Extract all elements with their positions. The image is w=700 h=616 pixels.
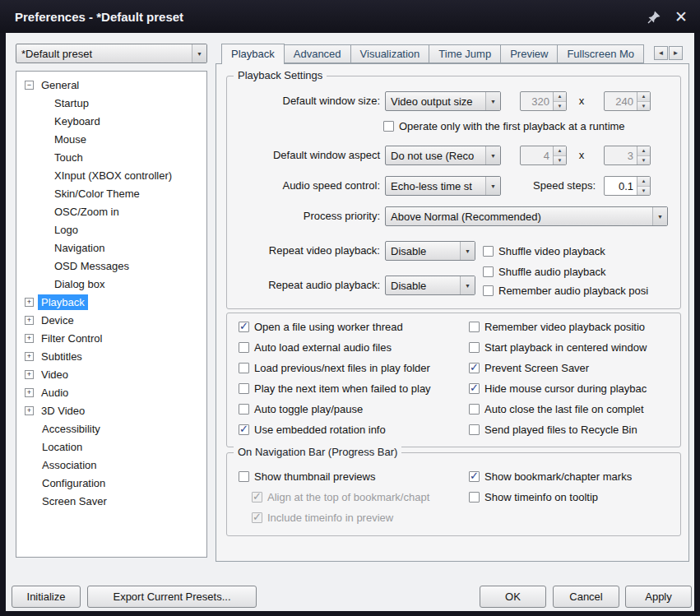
tree-expand-icon[interactable]: + (25, 334, 34, 343)
tree-item-skin-color-theme[interactable]: Skin/Color Theme (16, 184, 206, 202)
times-separator: x (573, 149, 591, 161)
ok-button[interactable]: OK (480, 586, 546, 608)
tree-item-label: OSD Messages (51, 258, 132, 274)
tree-item-logo[interactable]: Logo (16, 220, 206, 239)
close-icon[interactable]: ✕ (672, 9, 690, 25)
audio-speed-control-select[interactable]: Echo-less time st (385, 176, 501, 196)
tree-expand-icon[interactable]: + (25, 388, 34, 397)
checkbox-operate-first-playback[interactable]: Operate only with the first playback at … (383, 119, 625, 132)
titlebar[interactable]: Preferences - *Default preset ✕ (0, 0, 700, 33)
export-presets-button[interactable]: Export Current Presets... (87, 586, 257, 608)
spinner-up-icon (637, 146, 650, 155)
tree-item-label: Playback (38, 294, 88, 310)
checkbox-show-timeinfo-tooltip[interactable]: Show timeinfo on tooltip (469, 490, 598, 503)
checkbox-worker-thread[interactable]: Open a file using worker thread (239, 320, 403, 333)
tree-item-osd-messages[interactable]: OSD Messages (16, 257, 206, 275)
tree-expand-icon[interactable]: + (25, 370, 34, 379)
checkbox-show-thumbnail-previews[interactable]: Show thumbnail previews (239, 470, 375, 483)
window-title: Preferences - *Default preset (15, 10, 183, 24)
repeat-audio-select[interactable]: Disable (385, 276, 475, 295)
checkbox-play-next-on-fail[interactable]: Play the next item when failed to play (239, 382, 431, 395)
tree-item-label: Association (39, 457, 100, 473)
spinner-down-icon[interactable] (637, 186, 650, 196)
default-window-size-select[interactable]: Video output size (385, 91, 501, 111)
audio-speed-control-label: Audio speed control: (227, 179, 380, 192)
preset-select[interactable]: *Default preset (16, 44, 207, 63)
checkbox-shuffle-video[interactable]: Shuffle video playback (483, 244, 605, 257)
default-window-aspect-select[interactable]: Do not use (Reco (385, 146, 501, 165)
tree-item-screen-saver[interactable]: Screen Saver (16, 492, 206, 510)
tree-item-osc-zoom-in[interactable]: OSC/Zoom in (16, 202, 206, 220)
tree-item-navigation[interactable]: Navigation (16, 239, 206, 257)
tree-item-audio[interactable]: +Audio (16, 383, 206, 401)
tree-collapse-icon[interactable]: − (25, 81, 34, 90)
tab-playback[interactable]: Playback (221, 44, 285, 64)
tab-time-jump[interactable]: Time Jump (429, 44, 501, 63)
tree-item-device[interactable]: +Device (16, 311, 206, 329)
tab-fullscreen-monitor[interactable]: Fullscreen Mo (557, 44, 644, 63)
tab-visualization[interactable]: Visualization (350, 44, 430, 63)
tree-item-dialog-box[interactable]: Dialog box (16, 275, 206, 293)
tree-item-startup[interactable]: Startup (16, 94, 206, 112)
checkbox-show-bookmark-marks[interactable]: Show bookmark/chapter marks (469, 470, 632, 483)
checkbox-auto-toggle-play-pause[interactable]: Auto toggle play/pause (239, 402, 363, 415)
checkbox-label: Include timeinfo in preview (267, 512, 393, 524)
checkbox-remember-video-position[interactable]: Remember video playback positio (469, 320, 645, 333)
tree-item-keyboard[interactable]: Keyboard (16, 112, 206, 130)
checkbox-recycle-bin[interactable]: Send played files to Recycle Bin (469, 423, 637, 436)
checkbox-include-timeinfo-preview: Include timeinfo in preview (252, 511, 393, 524)
initialize-button[interactable]: Initialize (12, 586, 81, 608)
titlebar-controls: ✕ (646, 0, 690, 33)
spinner-up-icon[interactable] (637, 177, 650, 186)
settings-tree: −General Startup Keyboard Mouse Touch XI… (16, 71, 207, 558)
tree-item-label: Video (38, 367, 72, 382)
tree-item-location[interactable]: Location (16, 438, 206, 456)
tree-expand-icon[interactable]: + (25, 298, 34, 307)
tree-expand-icon[interactable]: + (25, 406, 34, 415)
tab-preview[interactable]: Preview (500, 44, 558, 63)
select-value: Video output size (386, 92, 485, 110)
checkbox-load-prev-next-files[interactable]: Load previous/next files in play folder (239, 361, 430, 374)
checkbox-prevent-screensaver[interactable]: Prevent Screen Saver (469, 361, 589, 374)
checkbox-embedded-rotation[interactable]: Use embedded rotation info (239, 423, 386, 436)
pin-icon[interactable] (646, 8, 662, 25)
aspect-height-spinner: 3 (604, 146, 651, 165)
apply-button[interactable]: Apply (625, 586, 692, 608)
tree-expand-icon[interactable]: + (25, 316, 34, 325)
tree-item-3d-video[interactable]: +3D Video (16, 401, 206, 419)
tree-item-filter-control[interactable]: +Filter Control (16, 329, 206, 347)
checkbox-remember-audio-position[interactable]: Remember audio playback posi (483, 284, 648, 297)
tree-item-association[interactable]: Association (16, 456, 206, 474)
tree-item-video[interactable]: +Video (16, 365, 206, 383)
tree-expand-icon[interactable]: + (25, 352, 34, 361)
tab-scroll-left-icon[interactable]: ◄ (654, 46, 668, 60)
checkbox-box (239, 342, 249, 353)
tree-item-touch[interactable]: Touch (16, 148, 206, 166)
checkbox-label: Load previous/next files in play folder (254, 362, 430, 374)
tab-advanced[interactable]: Advanced (284, 44, 351, 63)
checkbox-label: Send played files to Recycle Bin (484, 424, 637, 436)
checkbox-centered-window[interactable]: Start playback in centered window (469, 340, 647, 354)
tree-item-mouse[interactable]: Mouse (16, 130, 206, 148)
tree-item-subtitles[interactable]: +Subtitles (16, 347, 206, 365)
tree-item-configuration[interactable]: Configuration (16, 474, 206, 492)
checkbox-auto-close-last-file[interactable]: Auto close the last file on complet (469, 402, 644, 415)
checkbox-auto-load-external-audio[interactable]: Auto load external audio files (239, 340, 392, 354)
tree-item-accessibility[interactable]: Accessibility (16, 419, 206, 438)
checkbox-hide-mouse-cursor[interactable]: Hide mouse cursor during playbac (469, 382, 647, 395)
cancel-button[interactable]: Cancel (553, 586, 619, 608)
checkbox-label: Play the next item when failed to play (254, 382, 431, 395)
process-priority-select[interactable]: Above Normal (Recommended) (385, 206, 668, 226)
repeat-video-select[interactable]: Disable (385, 241, 475, 261)
tree-item-playback[interactable]: +Playback (16, 293, 206, 311)
tree-item-general[interactable]: −General (16, 76, 206, 94)
spinner-down-icon (554, 101, 566, 111)
checkbox-label: Show thumbnail previews (254, 470, 375, 483)
checkbox-shuffle-audio[interactable]: Shuffle audio playback (483, 265, 606, 278)
spinner-value: 4 (521, 146, 553, 164)
tab-scroll-right-icon[interactable]: ► (669, 46, 683, 60)
tree-item-xinput[interactable]: XInput (XBOX controller) (16, 166, 206, 184)
checkbox-label: Hide mouse cursor during playbac (484, 382, 647, 395)
checkbox-label: Prevent Screen Saver (484, 362, 589, 374)
speed-steps-spinner[interactable]: 0.1 (604, 176, 651, 196)
